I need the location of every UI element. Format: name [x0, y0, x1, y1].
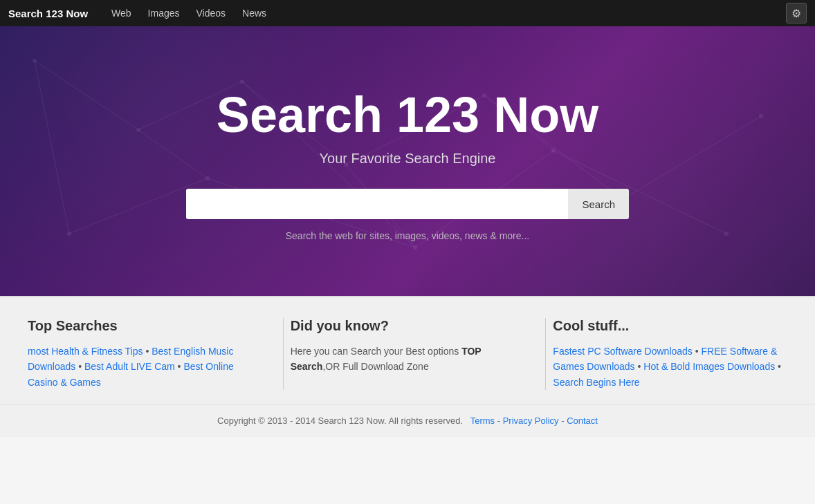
cool-stuff-body: Fastest PC Software Downloads • FREE Sof… — [553, 344, 787, 390]
top-search-highlight: TOP Search — [291, 346, 482, 372]
divider-2 — [545, 318, 546, 390]
top-searches-title: Top Searches — [28, 318, 262, 334]
top-searches-body: most Health & Fitness Tips • Best Englis… — [28, 344, 262, 390]
did-you-know-title: Did you know? — [291, 318, 525, 334]
footer-privacy-link[interactable]: Privacy Policy — [503, 416, 559, 426]
hero-title: Search 123 Now — [217, 88, 598, 142]
nav-videos[interactable]: Videos — [196, 8, 226, 19]
link-search-begins[interactable]: Search Begins Here — [553, 377, 639, 388]
footer-contact-link[interactable]: Contact — [567, 416, 598, 426]
svg-line-5 — [623, 116, 761, 199]
footer: Copyright © 2013 - 2014 Search 123 Now. … — [0, 404, 815, 437]
footer-separator-2: - — [561, 416, 567, 426]
link-fastest-pc-software[interactable]: Fastest PC Software Downloads — [553, 346, 693, 357]
hero-subtitle: Your Favorite Search Engine — [320, 151, 496, 167]
svg-point-21 — [759, 114, 763, 118]
did-you-know-col: Did you know? Here you can Search your B… — [291, 318, 539, 390]
cool-stuff-title: Cool stuff... — [553, 318, 787, 334]
hero-section: Search 123 Now Your Favorite Search Engi… — [0, 26, 815, 296]
divider-1 — [283, 318, 284, 390]
svg-point-23 — [205, 176, 210, 180]
svg-point-16 — [136, 128, 140, 132]
search-bar: Search — [186, 189, 629, 219]
cool-stuff-col: Cool stuff... Fastest PC Software Downlo… — [553, 318, 787, 390]
footer-separator-1: - — [497, 416, 503, 426]
nav-web[interactable]: Web — [111, 8, 131, 19]
gear-icon: ⚙ — [791, 7, 801, 20]
top-searches-col: Top Searches most Health & Fitness Tips … — [28, 318, 276, 390]
svg-point-22 — [67, 232, 71, 236]
svg-line-0 — [35, 61, 138, 130]
search-input[interactable] — [186, 189, 568, 219]
svg-point-24 — [413, 245, 417, 250]
nav-brand[interactable]: Search 123 Now — [8, 8, 88, 19]
nav-news[interactable]: News — [242, 8, 266, 19]
svg-point-15 — [33, 59, 37, 63]
footer-terms-link[interactable]: Terms — [470, 416, 495, 426]
svg-point-17 — [240, 80, 244, 84]
svg-line-10 — [35, 61, 69, 234]
link-health-fitness[interactable]: most Health & Fitness Tips — [28, 346, 143, 357]
link-adult-cam[interactable]: Best Adult LIVE Cam — [84, 361, 175, 372]
svg-line-11 — [138, 130, 208, 178]
did-you-know-body: Here you can Search your Best options TO… — [291, 344, 525, 375]
navbar: Search 123 Now Web Images Videos News ⚙ — [0, 0, 815, 26]
search-button[interactable]: Search — [568, 189, 629, 219]
svg-point-25 — [551, 149, 556, 153]
settings-button[interactable]: ⚙ — [786, 3, 807, 24]
nav-images[interactable]: Images — [148, 8, 180, 19]
footer-copyright: Copyright © 2013 - 2014 Search 123 Now. … — [217, 416, 463, 426]
search-hint: Search the web for sites, images, videos… — [286, 230, 530, 241]
content-section: Top Searches most Health & Fitness Tips … — [0, 296, 815, 404]
svg-point-26 — [724, 232, 729, 236]
link-hot-bold-images[interactable]: Hot & Bold Images Downloads — [643, 361, 775, 372]
